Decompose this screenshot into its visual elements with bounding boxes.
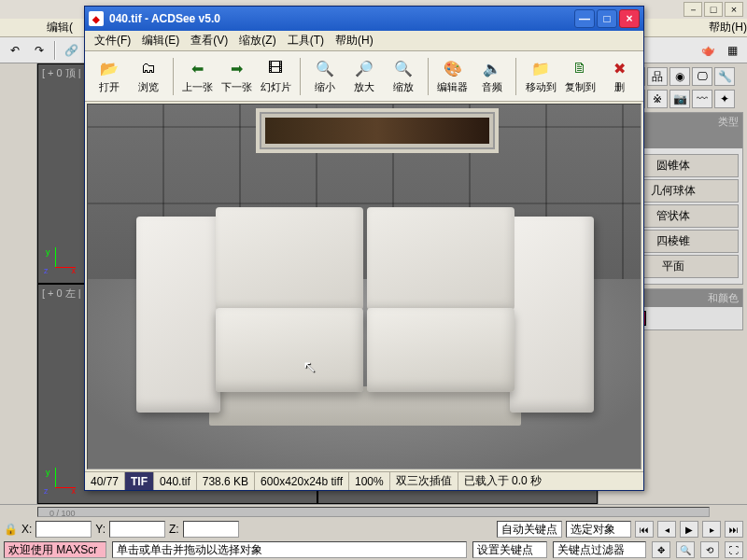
status-format-tag: TIF	[125, 472, 154, 490]
tool-editor-button[interactable]: 🎨编辑器	[434, 56, 472, 96]
z-input[interactable]	[183, 521, 239, 538]
zoom-in-icon: 🔎	[354, 58, 374, 78]
lock-icon[interactable]: 🔒	[4, 523, 18, 536]
prev-frame-icon[interactable]: ◂	[657, 521, 676, 538]
sub-help-icon[interactable]: 〰	[692, 90, 712, 108]
menu-file[interactable]: 文件(F)	[91, 31, 134, 50]
bg-max-button[interactable]: □	[704, 2, 723, 17]
tool-panel-icon[interactable]: ▦	[721, 40, 743, 61]
tool-audio-button[interactable]: 🔈音频	[473, 56, 511, 96]
nav-pan-icon[interactable]: ✥	[652, 541, 670, 558]
play-icon[interactable]: ▶	[680, 521, 698, 538]
render-sofa	[136, 207, 594, 450]
selobj-field[interactable]: 选定对象	[566, 521, 631, 538]
menu-view[interactable]: 查看(V)	[187, 31, 232, 50]
status-zoom: 100%	[349, 472, 390, 490]
tab-util-icon[interactable]: 🔧	[714, 67, 735, 86]
zoom-fit-icon: 🔍	[393, 58, 414, 78]
axis-gizmo-icon: yxz	[46, 247, 74, 275]
tool-prev-button[interactable]: ⬅上一张	[179, 56, 217, 96]
coord-row: 🔒 X: Y: Z: 自动关键点 选定对象 ⏮ ◂ ▶ ▸ ⏭	[0, 519, 747, 539]
tab-hierarchy-icon[interactable]: 品	[647, 67, 668, 86]
status-dimensions: 600x420x24b tiff	[255, 472, 349, 490]
maxscript-field[interactable]: 欢迎使用 MAXScr	[4, 541, 106, 558]
tool-zoomreset-button[interactable]: 🔍缩放	[385, 56, 422, 96]
status-hint: 单击或单击并拖动以选择对象	[112, 541, 467, 558]
tool-zoomout-button[interactable]: 🔍缩小	[306, 56, 344, 96]
acd-min-button[interactable]: —	[574, 9, 595, 28]
status-position: 40/77	[85, 472, 125, 490]
tool-open-button[interactable]: 📂打开	[91, 56, 128, 96]
acd-close-button[interactable]: ×	[619, 9, 640, 28]
autokey-button[interactable]: 自动关键点	[497, 521, 562, 538]
bg-menu-help[interactable]: 帮助(H)	[709, 20, 747, 35]
tool-undo-icon[interactable]: ↶	[4, 40, 26, 61]
acd-menubar: 文件(F) 编辑(E) 查看(V) 缩放(Z) 工具(T) 帮助(H)	[85, 31, 643, 51]
tool-moveto-button[interactable]: 📁移动到	[522, 56, 559, 96]
nav-zoom-icon[interactable]: 🔍	[676, 541, 695, 558]
y-label: Y:	[95, 523, 106, 536]
separator	[515, 58, 516, 95]
keyfilter-button[interactable]: 关键点过滤器	[553, 541, 646, 558]
bg-left-strip	[0, 63, 37, 504]
slider-start-label: 0 / 100	[49, 509, 76, 518]
acd-titlebar[interactable]: ◆ 040.tif - ACDSee v5.0 — □ ×	[85, 7, 643, 31]
next-frame-icon[interactable]: ▸	[702, 521, 721, 538]
slideshow-icon: 🎞	[265, 58, 286, 78]
menu-zoom[interactable]: 缩放(Z)	[235, 31, 279, 50]
tab-display-icon[interactable]: 🖵	[692, 67, 712, 86]
bg-close-button[interactable]: ×	[725, 2, 743, 17]
separator	[428, 58, 429, 95]
render-room	[88, 105, 641, 469]
bg-min-button[interactable]: －	[684, 2, 702, 17]
menu-edit[interactable]: 编辑(E)	[138, 31, 183, 50]
zoom-out-icon: 🔍	[315, 58, 335, 78]
tool-render-icon[interactable]: 🫖	[697, 40, 719, 61]
acd-toolbar: 📂打开 🗂浏览 ⬅上一张 ➡下一张 🎞幻灯片 🔍缩小 🔎放大 🔍缩放 🎨编辑器 …	[85, 51, 643, 102]
menu-help[interactable]: 帮助(H)	[331, 31, 377, 50]
nav-max-icon[interactable]: ⛶	[725, 541, 743, 558]
image-viewport[interactable]: ↖	[87, 104, 641, 469]
setkey-button[interactable]: 设置关键点	[472, 541, 547, 558]
goto-end-icon[interactable]: ⏭	[725, 521, 743, 538]
tool-browse-button[interactable]: 🗂浏览	[130, 56, 167, 96]
tool-redo-icon[interactable]: ↷	[28, 40, 50, 61]
bg-menu-edit[interactable]: 编辑(	[47, 20, 73, 35]
nav-orbit-icon[interactable]: ⟲	[700, 541, 719, 558]
tool-next-button[interactable]: ➡下一张	[218, 56, 256, 96]
status-interp: 双三次插值	[390, 472, 458, 490]
axis-gizmo-icon: yxz	[46, 468, 74, 496]
tab-motion-icon[interactable]: ◉	[669, 67, 690, 86]
separator	[300, 58, 301, 95]
time-slider[interactable]: 0 / 100	[37, 507, 710, 517]
sub-cam-icon[interactable]: 📷	[669, 90, 690, 108]
tool-link-icon[interactable]: 🔗	[60, 40, 82, 61]
tool-delete-button[interactable]: ✖删	[600, 56, 638, 96]
sub-sys-icon[interactable]: ✦	[714, 90, 735, 108]
x-input[interactable]	[35, 521, 92, 538]
speaker-icon: 🔈	[482, 58, 502, 78]
y-input[interactable]	[109, 521, 165, 538]
arrow-right-icon: ➡	[226, 58, 247, 78]
separator	[54, 41, 56, 60]
arrow-left-icon: ⬅	[188, 58, 208, 78]
acd-max-button[interactable]: □	[597, 9, 617, 28]
copyto-icon: 🗎	[570, 58, 590, 78]
acd-statusbar: 40/77 TIF 040.tif 738.6 KB 600x420x24b t…	[85, 471, 643, 490]
bg-bottom: 0 / 100 🔒 X: Y: Z: 自动关键点 选定对象 ⏮ ◂ ▶ ▸ ⏭ …	[0, 504, 747, 560]
status-filename: 040.tif	[154, 472, 197, 490]
folder-open-icon: 📂	[99, 58, 120, 78]
tool-slideshow-button[interactable]: 🎞幻灯片	[257, 56, 294, 96]
z-label: Z:	[169, 523, 179, 536]
status-filesize: 738.6 KB	[197, 472, 255, 490]
x-label: X:	[21, 523, 32, 536]
sub-light-icon[interactable]: ※	[647, 90, 668, 108]
acd-app-icon: ◆	[89, 11, 104, 26]
tool-zoomin-button[interactable]: 🔎放大	[345, 56, 383, 96]
delete-icon: ✖	[609, 58, 629, 78]
acd-title-text: 040.tif - ACDSee v5.0	[109, 12, 220, 25]
menu-tools[interactable]: 工具(T)	[284, 31, 328, 50]
goto-start-icon[interactable]: ⏮	[635, 521, 654, 538]
status-row: 欢迎使用 MAXScr 单击或单击并拖动以选择对象 设置关键点 关键点过滤器 ✥…	[0, 539, 747, 560]
tool-copyto-button[interactable]: 🗎复制到	[561, 56, 599, 96]
